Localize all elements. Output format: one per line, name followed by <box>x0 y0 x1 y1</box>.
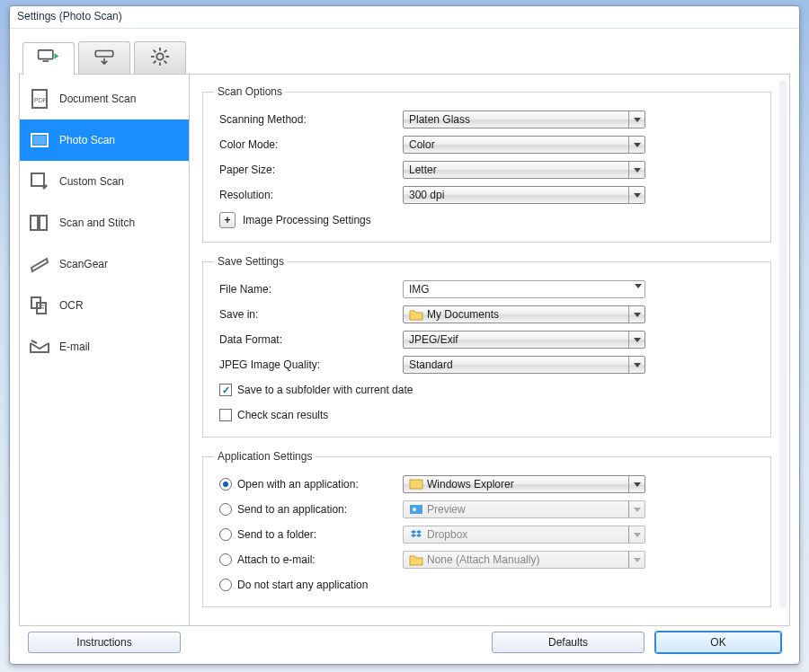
save-in-value: My Documents <box>427 308 499 321</box>
sidebar-item-label: OCR <box>59 299 84 312</box>
jpeg-quality-select[interactable]: Standard <box>403 356 645 374</box>
chevron-down-icon <box>628 501 645 517</box>
sidebar-item-ocr[interactable]: OCR <box>20 285 189 326</box>
send-folder-radio[interactable] <box>219 528 232 541</box>
monitor-arrow-icon <box>37 48 60 70</box>
instructions-label: Instructions <box>76 636 131 649</box>
sidebar-item-email[interactable]: E-mail <box>20 326 189 367</box>
chevron-down-icon <box>628 357 645 373</box>
svg-text:PDF: PDF <box>34 97 47 103</box>
data-format-select[interactable]: JPEG/Exif <box>403 331 645 349</box>
svg-point-26 <box>413 508 416 511</box>
svg-rect-2 <box>95 51 113 57</box>
data-format-label: Data Format: <box>214 333 394 346</box>
send-app-select[interactable]: Preview <box>403 500 645 518</box>
chevron-down-icon <box>628 332 645 348</box>
chevron-down-icon <box>628 306 645 323</box>
tab-from-scanner[interactable] <box>78 41 130 74</box>
svg-point-3 <box>156 53 163 59</box>
custom-scan-icon <box>29 171 50 192</box>
svg-rect-17 <box>31 216 38 230</box>
top-tab-bar <box>19 38 790 75</box>
send-folder-label: Send to a folder: <box>237 528 316 541</box>
folder-icon <box>409 307 423 322</box>
send-app-value: Preview <box>427 503 466 516</box>
save-in-label: Save in: <box>214 308 394 321</box>
tab-from-computer[interactable] <box>22 42 75 75</box>
attach-email-value: None (Attach Manually) <box>427 553 539 566</box>
save-settings-legend: Save Settings <box>214 255 288 268</box>
scan-options-legend: Scan Options <box>214 85 286 98</box>
open-with-radio[interactable] <box>219 478 232 491</box>
send-app-radio[interactable] <box>219 503 232 516</box>
chevron-down-icon <box>628 187 645 203</box>
scanning-method-label: Scanning Method: <box>214 113 394 126</box>
ok-button[interactable]: OK <box>655 632 781 653</box>
send-folder-select[interactable]: Dropbox <box>403 526 645 544</box>
check-results-label: Check scan results <box>237 409 328 421</box>
content-row: PDF Document Scan Photo Scan Custom Scan… <box>19 75 790 626</box>
file-name-label: File Name: <box>214 283 394 296</box>
sidebar-item-document-scan[interactable]: PDF Document Scan <box>20 78 189 119</box>
send-folder-value: Dropbox <box>427 528 467 541</box>
subfolder-checkbox[interactable] <box>219 384 232 396</box>
resolution-select[interactable]: 300 dpi <box>403 186 645 204</box>
scanning-method-value: Platen Glass <box>409 113 470 126</box>
instructions-button[interactable]: Instructions <box>28 632 181 653</box>
chevron-down-icon <box>628 526 645 543</box>
scrollbar[interactable] <box>779 80 787 608</box>
no-start-radio[interactable] <box>219 579 232 591</box>
paper-size-select[interactable]: Letter <box>403 161 645 179</box>
scan-options-group: Scan Options Scanning Method: Platen Gla… <box>202 85 771 243</box>
svg-line-10 <box>154 61 156 64</box>
attach-email-select[interactable]: None (Attach Manually) <box>403 551 645 569</box>
resolution-label: Resolution: <box>214 189 394 201</box>
svg-rect-24 <box>410 480 422 489</box>
sidebar-item-photo-scan[interactable]: Photo Scan <box>20 119 189 161</box>
attach-email-label: Attach to e-mail: <box>237 553 316 566</box>
plus-icon: + <box>224 214 230 226</box>
subfolder-label: Save to a subfolder with current date <box>237 384 413 396</box>
send-app-label: Send to an application: <box>237 503 347 516</box>
color-mode-select[interactable]: Color <box>403 136 645 154</box>
file-name-input[interactable]: IMG <box>403 280 645 298</box>
chevron-down-icon <box>635 284 642 288</box>
scanning-method-select[interactable]: Platen Glass <box>403 111 645 128</box>
sidebar-item-custom-scan[interactable]: Custom Scan <box>20 161 189 202</box>
application-settings-group: Application Settings Open with an applic… <box>202 450 771 607</box>
settings-window: Settings (Photo Scan) P <box>9 5 800 665</box>
sidebar-item-label: E-mail <box>59 340 90 353</box>
envelope-icon <box>29 336 50 358</box>
window-title: Settings (Photo Scan) <box>10 6 799 29</box>
paper-size-value: Letter <box>409 164 437 176</box>
dropbox-icon <box>409 527 423 542</box>
save-in-select[interactable]: My Documents <box>403 305 645 323</box>
attach-email-radio[interactable] <box>219 553 232 566</box>
sidebar-item-scangear[interactable]: ScanGear <box>20 243 189 285</box>
application-settings-legend: Application Settings <box>214 450 316 463</box>
window-body: PDF Document Scan Photo Scan Custom Scan… <box>10 29 799 668</box>
color-mode-value: Color <box>409 138 435 151</box>
chevron-down-icon <box>628 111 645 128</box>
sidebar-item-label: Custom Scan <box>59 175 124 188</box>
data-format-value: JPEG/Exif <box>409 333 458 346</box>
ok-label: OK <box>710 636 725 649</box>
svg-line-11 <box>164 50 167 53</box>
defaults-button[interactable]: Defaults <box>492 632 645 653</box>
gear-icon <box>148 47 172 69</box>
image-processing-expand[interactable]: + <box>219 212 236 228</box>
svg-line-9 <box>164 61 167 64</box>
open-with-select[interactable]: Windows Explorer <box>403 475 645 493</box>
file-name-value: IMG <box>409 283 430 296</box>
paper-size-label: Paper Size: <box>214 164 394 176</box>
tab-general-settings[interactable] <box>134 41 186 74</box>
explorer-icon <box>409 477 423 491</box>
jpeg-quality-label: JPEG Image Quality: <box>214 358 394 371</box>
sidebar: PDF Document Scan Photo Scan Custom Scan… <box>19 75 190 626</box>
svg-rect-15 <box>33 136 46 145</box>
svg-rect-0 <box>39 50 53 59</box>
sidebar-item-scan-and-stitch[interactable]: Scan and Stitch <box>20 202 189 243</box>
defaults-label: Defaults <box>548 636 588 649</box>
image-processing-label: Image Processing Settings <box>243 214 371 226</box>
check-results-checkbox[interactable] <box>219 409 232 421</box>
